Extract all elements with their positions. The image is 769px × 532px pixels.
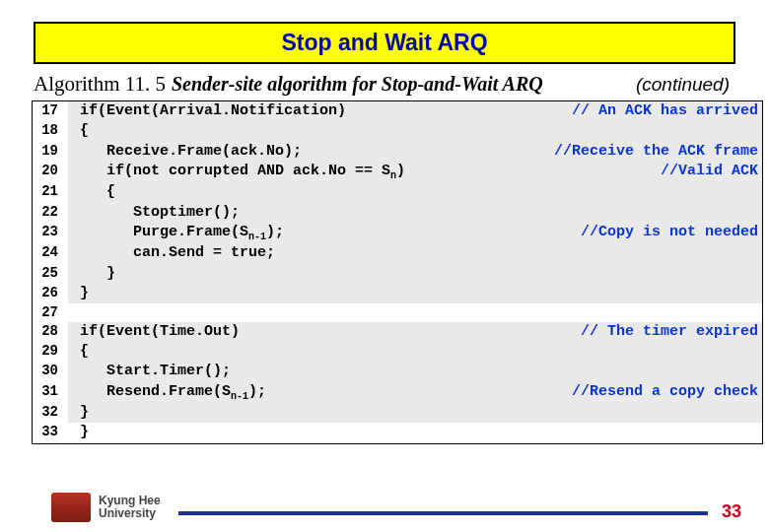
code-cell: if(not corrupted AND ack.No == Sn)//Vali…: [68, 162, 762, 183]
page-number: 33: [722, 501, 741, 522]
code-cell: [68, 303, 762, 322]
code-line: 24 can.Send = true;: [33, 243, 762, 263]
algorithm-subheading: Algorithm 11. 5 Sender-site algorithm fo…: [34, 72, 735, 97]
continued-label: (continued): [636, 74, 735, 96]
university-logo-icon: [51, 493, 91, 522]
code-text: Start.Timer();: [80, 362, 231, 381]
code-line: 32}: [33, 403, 762, 423]
line-number: 32: [33, 403, 68, 423]
line-number: 26: [33, 284, 68, 303]
line-number: 27: [33, 303, 68, 322]
code-line: 26}: [33, 284, 762, 303]
code-line: 28if(Event(Time.Out)// The timer expired: [33, 322, 762, 342]
university-line2: University: [99, 507, 161, 520]
code-comment: //Receive the ACK frame: [554, 142, 762, 162]
code-line: 33}: [33, 423, 762, 442]
code-text: if(Event(Arrival.Notification): [80, 101, 346, 121]
code-line: 19 Receive.Frame(ack.No);//Receive the A…: [33, 142, 762, 162]
line-number: 23: [33, 223, 68, 244]
code-cell: }: [68, 264, 762, 284]
code-listing: 17if(Event(Arrival.Notification)// An AC…: [32, 100, 763, 444]
code-text: Resend.Frame(Sn-1);: [80, 382, 266, 404]
code-line: 31 Resend.Frame(Sn-1);//Resend a copy ch…: [33, 382, 762, 404]
code-text: }: [80, 284, 89, 303]
footer-rule: [178, 511, 708, 515]
line-number: 22: [33, 203, 68, 223]
code-cell: }: [68, 423, 762, 442]
code-line: 17if(Event(Arrival.Notification)// An AC…: [33, 101, 762, 121]
code-text: }: [80, 423, 89, 442]
code-text: Stoptimer();: [80, 203, 240, 223]
code-text: {: [80, 342, 89, 362]
code-text: Purge.Frame(Sn-1);: [80, 223, 284, 244]
code-cell: {: [68, 182, 762, 202]
line-number: 31: [33, 382, 68, 404]
line-number: 17: [33, 101, 68, 121]
code-line: 18{: [33, 121, 762, 141]
code-cell: Purge.Frame(Sn-1);//Copy is not needed: [68, 223, 762, 244]
code-cell: }: [68, 403, 762, 423]
line-number: 30: [33, 362, 68, 381]
code-line: 25 }: [33, 264, 762, 284]
slide-title: Stop and Wait ARQ: [35, 30, 734, 56]
code-cell: Receive.Frame(ack.No);//Receive the ACK …: [68, 142, 762, 162]
code-line: 29{: [33, 342, 762, 362]
university-name: Kyung Hee University: [99, 495, 161, 519]
code-text: if(not corrupted AND ack.No == Sn): [80, 162, 405, 183]
line-number: 28: [33, 322, 68, 342]
code-line: 20 if(not corrupted AND ack.No == Sn)//V…: [33, 162, 762, 183]
code-cell: can.Send = true;: [68, 243, 762, 263]
algorithm-caption: Sender-site algorithm for Stop-and-Wait …: [172, 73, 543, 96]
code-line: 22 Stoptimer();: [33, 203, 762, 223]
line-number: 24: [33, 243, 68, 263]
code-cell: Resend.Frame(Sn-1);//Resend a copy check: [68, 382, 762, 404]
code-text: {: [80, 121, 89, 141]
line-number: 21: [33, 182, 68, 202]
code-text: if(Event(Time.Out): [80, 322, 240, 342]
code-line: 30 Start.Timer();: [33, 362, 762, 381]
algorithm-label: Algorithm 11. 5: [34, 72, 166, 97]
code-text: }: [80, 403, 89, 423]
code-cell: {: [68, 121, 762, 141]
code-comment: // The timer expired: [581, 322, 762, 342]
code-cell: {: [68, 342, 762, 362]
line-number: 29: [33, 342, 68, 362]
code-comment: //Valid ACK: [661, 162, 762, 183]
line-number: 20: [33, 162, 68, 183]
line-number: 33: [33, 423, 68, 442]
code-line: 21 {: [33, 182, 762, 202]
line-number: 19: [33, 142, 68, 162]
code-comment: // An ACK has arrived: [572, 101, 762, 121]
line-number: 25: [33, 264, 68, 284]
code-cell: if(Event(Time.Out)// The timer expired: [68, 322, 762, 342]
code-comment: //Resend a copy check: [572, 382, 762, 404]
code-text: {: [80, 182, 115, 202]
code-comment: //Copy is not needed: [581, 223, 762, 244]
code-cell: }: [68, 284, 762, 303]
code-line: 27: [33, 303, 762, 322]
title-bar: Stop and Wait ARQ: [34, 22, 735, 64]
line-number: 18: [33, 121, 68, 141]
code-cell: if(Event(Arrival.Notification)// An ACK …: [68, 101, 762, 121]
code-cell: Stoptimer();: [68, 203, 762, 223]
code-text: can.Send = true;: [80, 243, 275, 263]
code-cell: Start.Timer();: [68, 362, 762, 381]
code-line: 23 Purge.Frame(Sn-1);//Copy is not neede…: [33, 223, 762, 244]
slide-footer: Kyung Hee University 33: [0, 493, 769, 522]
code-text: Receive.Frame(ack.No);: [80, 142, 302, 162]
code-text: }: [80, 264, 115, 284]
